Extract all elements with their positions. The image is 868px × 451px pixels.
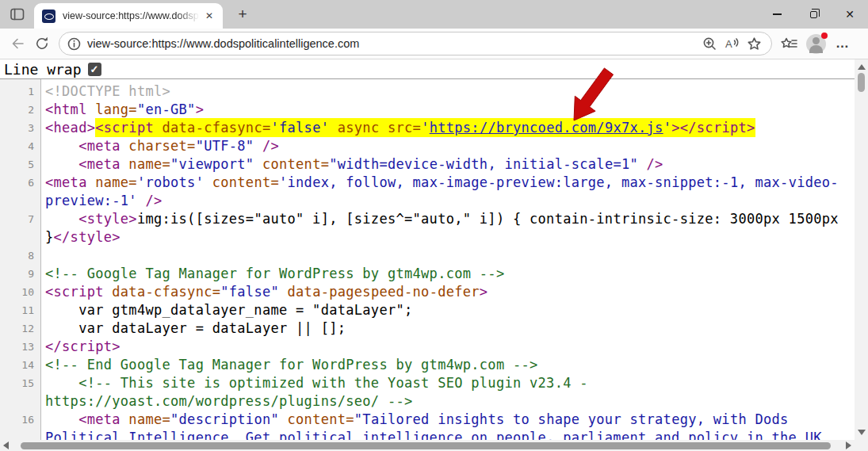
toolbar-right-icons: … [778,32,854,55]
code-row: 7 <style>img:is([sizes="auto" i], [sizes… [0,210,855,228]
horizontal-scrollbar[interactable] [0,440,855,451]
code-row: 15 <!-- This site is optimized with the … [0,374,855,392]
code-segment: var gtm4wp_datalayer_name = "dataLayer"; [45,302,413,318]
code-segment: <html [45,101,87,117]
code-segment: lang= [87,101,137,117]
code-line: https://yoast.com/wordpress/plugins/seo/… [41,392,413,411]
code-segment: <meta [78,411,120,427]
code-line: <meta name="viewport" content="width=dev… [41,155,663,174]
browser-tab[interactable]: view-source:https://www.dodspol ✕ [34,3,223,29]
page-info-icon[interactable] [67,37,81,51]
avatar-head [813,37,820,44]
line-wrap-checkbox[interactable]: ✓ [88,63,101,76]
line-number: 14 [0,356,41,374]
code-row: 10<script data-cfasync="false" data-page… [0,283,855,301]
code-line: var dataLayer = dataLayer || []; [41,319,346,338]
close-button[interactable]: ✕ [832,0,868,29]
line-number [0,429,41,440]
read-aloud-icon[interactable]: A [721,33,743,54]
vertical-scrollbar[interactable] [855,59,868,451]
code-segment: preview:-1' [45,193,137,208]
code-row: 12 var dataLayer = dataLayer || []; [0,319,855,338]
tab-actions-menu-icon[interactable] [9,6,26,22]
code-line: <meta name="description" content="Tailor… [41,411,789,429]
code-segment: "Tailored insights to shape your strateg… [354,411,789,427]
code-segment [45,138,78,154]
notification-dot [821,32,828,39]
code-segment: <!-- Google Tag Manager for WordPress by… [45,266,504,281]
code-row: 11 var gtm4wp_datalayer_name = "dataLaye… [0,301,855,319]
code-segment: content= [279,411,354,427]
code-segment: <!DOCTYPE html> [45,83,170,99]
code-line: preview:-1' /> [41,192,163,210]
svg-text:A: A [725,38,732,50]
code-row: 8 [0,247,855,265]
restore-icon [810,11,817,18]
code-segment [45,411,78,427]
address-bar[interactable]: view-source:https://www.dodspoliticalint… [59,32,772,55]
line-number: 8 [0,247,41,265]
code-segment: </script> [45,338,120,354]
code-row: Political Intelligence. Get political in… [0,429,855,440]
new-tab-button[interactable]: + [234,6,251,23]
vertical-scrollbar-thumb[interactable] [858,73,865,92]
code-row: 1<!DOCTYPE html> [0,82,855,101]
code-row: https://yoast.com/wordpress/plugins/seo/… [0,392,855,411]
zoom-level-icon[interactable] [698,33,721,54]
minimize-button[interactable] [759,0,795,29]
code-segment: <!-- This site is optimized with the Yoa… [45,375,588,391]
line-number: 7 [0,210,41,228]
code-row: 5 <meta name="viewport" content="width=d… [0,155,855,174]
code-segment: ></script> [671,118,755,137]
code-line: <!DOCTYPE html> [41,82,170,101]
line-number [0,192,41,210]
restore-button[interactable] [795,0,832,29]
code-segment: "en-GB" [137,101,196,117]
collections-icon[interactable] [778,33,801,54]
code-segment: content= [254,156,329,172]
scrollbar-corner [855,440,868,451]
code-line: <!-- Google Tag Manager for WordPress by… [41,265,504,283]
scroll-left-icon[interactable] [3,441,9,449]
code-segment: <head> [45,120,95,136]
code-row: }</style> [0,228,855,247]
tab-close-icon[interactable]: ✕ [202,9,216,23]
code-segment: } [45,229,54,245]
bryncoed-script-link[interactable]: https://bryncoed.com/9x7x.js [430,118,663,137]
scroll-down-icon[interactable] [858,430,866,435]
code-segment: img:is([sizes="auto" i], [sizes^="auto,"… [137,211,839,227]
refresh-button[interactable] [30,32,54,55]
code-segment: name= [120,156,170,172]
code-row: 13</script> [0,338,855,356]
line-number: 3 [0,119,41,137]
line-number: 6 [0,174,41,192]
settings-more-icon[interactable]: … [832,32,854,55]
code-segment: > [480,284,488,300]
code-segment: <!-- End Google Tag Manager for WordPres… [45,357,538,373]
profile-avatar[interactable] [806,34,826,54]
code-segment: "description" [170,411,279,427]
code-segment: https://yoast.com/wordpress/plugins/seo/… [45,393,413,409]
code-segment: /> [254,138,279,154]
url-text[interactable]: view-source:https://www.dodspoliticalint… [87,37,698,50]
code-segment: "false" [220,284,279,300]
code-line [41,247,45,265]
scroll-up-icon[interactable] [858,64,866,70]
code-segment: ' [421,118,430,137]
favorites-star-icon[interactable] [743,33,765,54]
scroll-right-icon[interactable] [846,441,851,449]
code-segment: <meta [78,138,120,154]
code-segment: <script [45,284,104,300]
code-line: <!-- This site is optimized with the Yoa… [41,374,588,392]
code-segment: Political Intelligence. Get political in… [45,430,822,440]
code-line: <meta name='robots' content='index, foll… [41,174,839,192]
back-button[interactable] [6,32,30,55]
line-wrap-header: Line wrap ✓ [0,59,855,79]
code-segment: 'false' [270,118,329,137]
code-segment [45,156,78,172]
line-wrap-label: Line wrap [4,61,82,78]
code-line: <!-- End Google Tag Manager for WordPres… [41,356,538,374]
code-segment: "viewport" [170,156,254,172]
horizontal-scrollbar-thumb[interactable] [21,442,831,449]
line-number: 2 [0,101,41,119]
